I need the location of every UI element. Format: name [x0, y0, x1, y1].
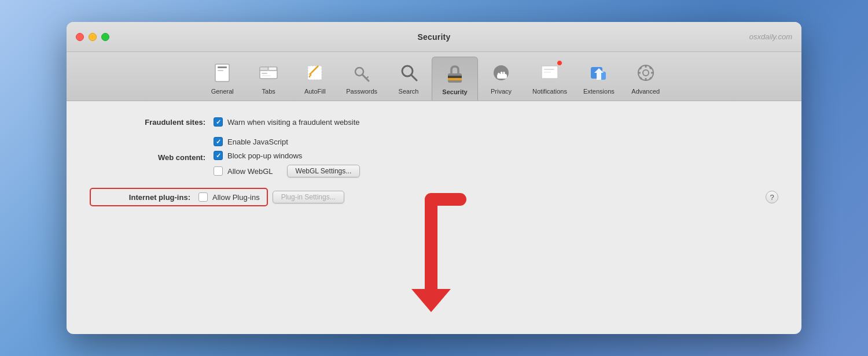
fraudulent-sites-label: Fraudulent sites:	[90, 118, 205, 127]
tab-search[interactable]: Search	[385, 57, 432, 101]
tabs-icon	[255, 59, 282, 87]
svg-rect-21	[448, 76, 462, 78]
window-controls	[76, 33, 109, 41]
svg-point-34	[643, 70, 649, 76]
svg-rect-29	[544, 72, 551, 73]
watermark: osxdaily.com	[749, 32, 792, 41]
svg-rect-2	[218, 70, 223, 71]
advanced-icon	[632, 59, 660, 87]
tab-notifications-label: Notifications	[532, 88, 567, 95]
help-button[interactable]: ?	[766, 191, 778, 203]
tab-general-label: General	[211, 88, 234, 95]
web-content-options: Enable JavaScript Block pop-up windows A…	[214, 137, 360, 177]
tab-search-label: Search	[399, 88, 419, 95]
notifications-icon	[536, 59, 564, 87]
allow-plugins-checkbox[interactable]	[198, 192, 208, 202]
fraudulent-sites-checkbox[interactable]	[214, 117, 223, 127]
allow-webgl-label: Allow WebGL	[227, 167, 273, 176]
notification-badge	[557, 60, 562, 66]
tab-security-label: Security	[442, 88, 467, 95]
search-icon	[395, 59, 422, 87]
tab-advanced-label: Advanced	[631, 88, 660, 95]
enable-javascript-row: Enable JavaScript	[214, 137, 360, 146]
block-popups-checkbox[interactable]	[214, 151, 223, 160]
tab-passwords-label: Passwords	[346, 88, 377, 95]
tab-tabs-label: Tabs	[262, 88, 275, 95]
close-button[interactable]	[76, 33, 84, 41]
internet-plugins-label: Internet plug-ins:	[98, 193, 190, 202]
privacy-icon	[487, 59, 515, 87]
enable-javascript-label: Enable JavaScript	[227, 138, 288, 146]
svg-rect-8	[262, 75, 271, 76]
minimize-button[interactable]	[89, 33, 97, 41]
webgl-settings-button[interactable]: WebGL Settings...	[287, 165, 361, 177]
tab-autofill-label: AutoFill	[304, 88, 326, 95]
tab-general[interactable]: General	[199, 57, 245, 101]
svg-rect-26	[497, 74, 507, 79]
window-title: Security	[418, 32, 451, 42]
titlebar: Security osxdaily.com	[67, 22, 801, 52]
tab-security[interactable]: Security	[432, 57, 478, 101]
fraudulent-sites-text: Warn when visiting a fraudulent website	[227, 118, 360, 127]
security-icon	[441, 60, 469, 87]
svg-rect-37	[638, 72, 641, 74]
svg-rect-9	[308, 66, 322, 80]
enable-javascript-checkbox[interactable]	[214, 137, 223, 146]
tab-extensions-label: Extensions	[583, 88, 615, 95]
fraudulent-sites-checkbox-row: Warn when visiting a fraudulent website	[214, 117, 360, 127]
allow-webgl-checkbox[interactable]	[214, 166, 223, 176]
web-content-label: Web content:	[90, 153, 205, 162]
svg-marker-44	[411, 289, 451, 312]
plugins-highlight-box: Internet plug-ins: Allow Plug-ins	[90, 188, 268, 206]
tab-advanced[interactable]: Advanced	[623, 57, 669, 101]
block-popups-row: Block pop-up windows	[214, 151, 360, 160]
internet-plugins-row: Internet plug-ins: Allow Plug-ins Plug-i…	[90, 188, 778, 206]
svg-line-16	[366, 77, 368, 79]
toolbar: General Tabs	[67, 52, 801, 101]
svg-rect-38	[651, 72, 654, 74]
annotation-arrow	[379, 188, 483, 323]
svg-rect-4	[260, 67, 268, 71]
svg-rect-5	[269, 67, 277, 71]
svg-rect-20	[448, 78, 462, 80]
maximize-button[interactable]	[101, 33, 109, 41]
tab-autofill[interactable]: AutoFill	[292, 57, 338, 101]
svg-rect-36	[645, 78, 646, 81]
plugin-settings-button[interactable]: Plug-in Settings...	[273, 191, 344, 203]
tab-passwords[interactable]: Passwords	[338, 57, 385, 101]
svg-rect-28	[544, 69, 554, 70]
autofill-icon	[301, 59, 329, 87]
tab-notifications[interactable]: Notifications	[524, 57, 575, 101]
general-icon	[208, 59, 236, 87]
tab-tabs[interactable]: Tabs	[245, 57, 292, 101]
content-area: Fraudulent sites: Warn when visiting a f…	[67, 101, 801, 233]
web-content-row: Web content: Enable JavaScript Block pop…	[90, 137, 778, 177]
tab-privacy[interactable]: Privacy	[478, 57, 524, 101]
fraudulent-sites-row: Fraudulent sites: Warn when visiting a f…	[90, 117, 778, 127]
passwords-icon	[348, 59, 376, 87]
allow-plugins-label: Allow Plug-ins	[212, 193, 260, 202]
safari-preferences-window: Security osxdaily.com General	[67, 22, 801, 334]
tab-privacy-label: Privacy	[491, 88, 512, 95]
tab-extensions[interactable]: Extensions	[575, 57, 623, 101]
extensions-icon	[585, 59, 613, 87]
svg-rect-1	[218, 66, 227, 68]
svg-rect-7	[262, 73, 267, 74]
webgl-row: Allow WebGL WebGL Settings...	[214, 165, 360, 177]
block-popups-label: Block pop-up windows	[227, 151, 302, 160]
fraudulent-sites-content: Warn when visiting a fraudulent website	[214, 117, 360, 127]
svg-rect-35	[645, 65, 646, 68]
svg-line-18	[411, 75, 417, 80]
